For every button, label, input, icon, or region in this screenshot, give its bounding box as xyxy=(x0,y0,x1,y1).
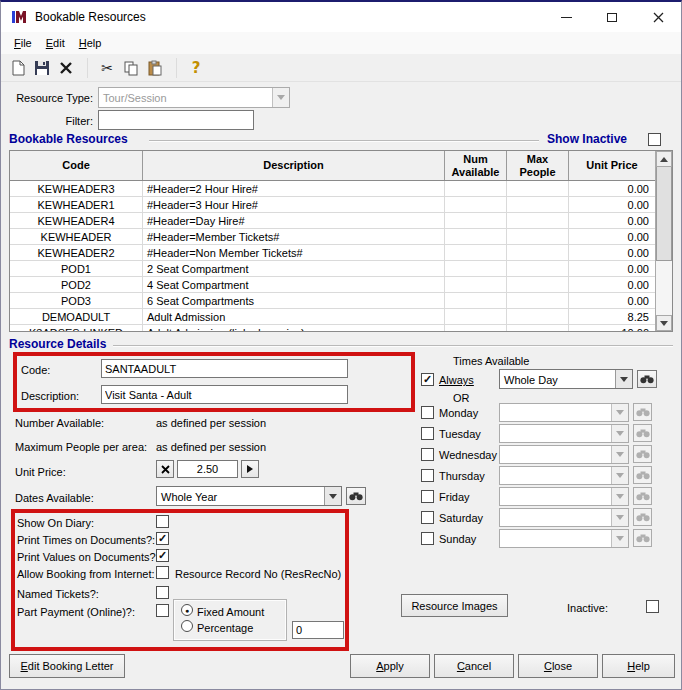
tuesday-checkbox[interactable] xyxy=(421,427,434,440)
cell-unit-price: 0.00 xyxy=(569,229,655,244)
cell-unit-price: 0.00 xyxy=(569,245,655,260)
cell-code: KEWHEADER xyxy=(10,229,143,244)
menu-file[interactable]: File xyxy=(7,32,39,54)
table-row[interactable]: KEWHEADER4 #Header=Day Hire# 0.00 xyxy=(10,213,655,229)
paste-button[interactable] xyxy=(144,57,166,79)
binoculars-icon xyxy=(640,374,654,384)
cell-max-people xyxy=(507,293,569,308)
maximize-button[interactable] xyxy=(589,2,635,32)
dates-available-label: Dates Available: xyxy=(15,491,94,505)
saturday-checkbox[interactable] xyxy=(421,511,434,524)
friday-checkbox[interactable] xyxy=(421,490,434,503)
table-row[interactable]: KEWHEADER1 #Header=3 Hour Hire# 0.00 xyxy=(10,197,655,213)
clear-price-button[interactable] xyxy=(156,460,174,478)
description-label: Description: xyxy=(21,389,79,403)
close-button-footer[interactable]: Close xyxy=(518,654,598,678)
percentage-radio[interactable] xyxy=(181,620,193,632)
column-header-num-available[interactable]: Num Available xyxy=(445,151,507,180)
edit-booking-letter-button[interactable]: Edit Booking Letter xyxy=(9,654,125,678)
dates-search-button[interactable] xyxy=(346,487,366,505)
resource-images-button[interactable]: Resource Images xyxy=(401,594,508,617)
close-icon xyxy=(653,12,664,23)
saturday-time-combo xyxy=(499,508,629,527)
table-row[interactable]: DEMOADULT Adult Admission 8.25 xyxy=(10,309,655,325)
thursday-label: Thursday xyxy=(439,469,485,483)
table-row[interactable]: POD1 2 Seat Compartment 0.00 xyxy=(10,261,655,277)
monday-time-combo xyxy=(499,403,629,422)
thursday-checkbox[interactable] xyxy=(421,469,434,482)
cancel-label: Cancel xyxy=(457,660,491,672)
allow-internet-checkbox[interactable] xyxy=(156,566,169,579)
help-button-footer[interactable]: Help xyxy=(602,654,675,678)
close-button[interactable] xyxy=(635,2,681,32)
always-time-search-button[interactable] xyxy=(637,370,657,388)
app-logo-icon xyxy=(11,9,27,25)
monday-checkbox[interactable] xyxy=(421,406,434,419)
binoculars-icon xyxy=(636,491,650,501)
fixed-amount-radio[interactable]: ● xyxy=(181,604,193,616)
dates-available-value: Whole Year xyxy=(157,487,324,505)
filter-input[interactable] xyxy=(98,110,254,130)
or-label: OR xyxy=(453,391,470,405)
scroll-track[interactable] xyxy=(656,261,672,315)
table-row[interactable]: POD3 6 Seat Compartments 0.00 xyxy=(10,293,655,309)
dropdown-arrow-icon xyxy=(272,88,289,107)
column-header-description[interactable]: Description xyxy=(143,151,445,180)
part-payment-amount-input[interactable] xyxy=(292,621,344,639)
cut-icon: ✂ xyxy=(101,60,113,76)
save-button[interactable] xyxy=(31,57,53,79)
cell-code: POD1 xyxy=(10,261,143,276)
dates-available-combo[interactable]: Whole Year xyxy=(156,486,342,506)
scroll-thumb[interactable] xyxy=(656,167,672,261)
always-checkbox[interactable]: ✓ xyxy=(421,373,434,386)
column-header-unit-price[interactable]: Unit Price xyxy=(569,151,655,180)
resource-type-combo: Tour/Session xyxy=(98,87,290,108)
table-row[interactable]: POD2 4 Seat Compartment 0.00 xyxy=(10,277,655,293)
table-grid: Code Description Num Available Max Peopl… xyxy=(10,151,655,331)
apply-button[interactable]: Apply xyxy=(350,654,430,678)
table-row[interactable]: KEWHEADER #Header=Member Tickets# 0.00 xyxy=(10,229,655,245)
cell-description: 4 Seat Compartment xyxy=(143,277,445,292)
column-header-max-people[interactable]: Max People xyxy=(507,151,569,180)
minimize-button[interactable] xyxy=(543,2,589,32)
cell-num-available xyxy=(445,229,507,244)
scroll-up-button[interactable] xyxy=(656,151,672,167)
cancel-button[interactable]: Cancel xyxy=(434,654,514,678)
table-scrollbar[interactable] xyxy=(655,151,672,331)
print-values-checkbox[interactable]: ✓ xyxy=(156,549,169,562)
show-on-diary-checkbox[interactable] xyxy=(156,515,169,528)
code-input[interactable] xyxy=(101,359,348,378)
named-tickets-checkbox[interactable] xyxy=(156,586,169,599)
cell-unit-price: 0.00 xyxy=(569,261,655,276)
new-document-button[interactable] xyxy=(7,57,29,79)
cell-code: POD2 xyxy=(10,277,143,292)
menu-edit[interactable]: Edit xyxy=(39,32,72,54)
unit-price-input[interactable] xyxy=(177,460,238,478)
inactive-checkbox[interactable] xyxy=(646,600,659,613)
table-row[interactable]: KEWHEADER2 #Header=Non Member Tickets# 0… xyxy=(10,245,655,261)
table-row[interactable]: K3ADSES-LINKED Adult Admission (linked s… xyxy=(10,325,655,331)
print-times-checkbox[interactable]: ✓ xyxy=(156,532,169,545)
maximize-icon xyxy=(607,13,617,22)
expand-price-button[interactable] xyxy=(241,460,259,478)
table-row[interactable]: KEWHEADER3 #Header=2 Hour Hire# 0.00 xyxy=(10,181,655,197)
cell-code: KEWHEADER3 xyxy=(10,181,143,196)
menu-help[interactable]: Help xyxy=(72,32,109,54)
part-payment-checkbox[interactable] xyxy=(156,604,169,617)
sunday-time-combo xyxy=(499,529,629,548)
sunday-checkbox[interactable] xyxy=(421,532,434,545)
cell-num-available xyxy=(445,293,507,308)
wednesday-checkbox[interactable] xyxy=(421,448,434,461)
description-input[interactable] xyxy=(101,385,348,404)
copy-button[interactable] xyxy=(120,57,142,79)
inactive-label: Inactive: xyxy=(567,601,608,615)
column-header-code[interactable]: Code xyxy=(10,151,143,180)
allow-internet-note: Resource Record No (ResRecNo) xyxy=(175,567,341,581)
cut-button[interactable]: ✂ xyxy=(96,57,118,79)
show-inactive-checkbox[interactable] xyxy=(648,133,661,146)
scroll-down-button[interactable] xyxy=(656,315,672,331)
delete-button[interactable] xyxy=(55,57,77,79)
tuesday-label: Tuesday xyxy=(439,427,481,441)
help-toolbar-button[interactable]: ? xyxy=(185,57,207,79)
always-time-combo[interactable]: Whole Day xyxy=(499,369,633,389)
